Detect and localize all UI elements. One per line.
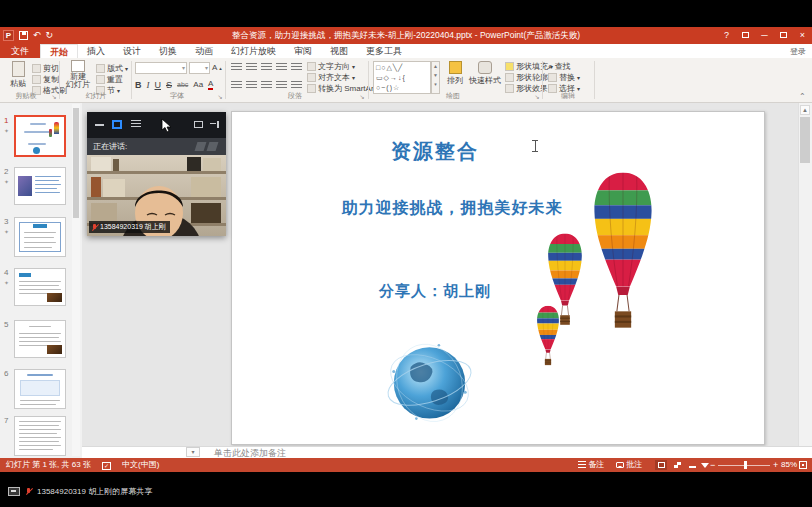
underline-button[interactable]: U [155,80,162,90]
tab-review[interactable]: 审阅 [285,44,321,58]
new-slide-button[interactable]: 新建 幻灯片 [63,60,93,89]
decrease-indent-icon[interactable] [261,63,272,72]
bold-button[interactable]: B [135,80,142,90]
thumbnail-slide-7[interactable] [14,416,66,456]
increase-indent-icon[interactable] [276,63,287,72]
numbering-icon[interactable] [246,63,257,72]
close-button[interactable]: × [793,27,812,44]
columns-icon[interactable] [291,81,302,90]
character-spacing-button[interactable]: Aa [193,80,203,89]
find-button[interactable]: ⌕查找 [548,61,570,72]
new-slide-icon [71,60,85,72]
cut-button[interactable]: 剪切 [32,63,59,74]
fit-to-window-button[interactable] [799,461,807,469]
thumbnail-scrollbar-thumb[interactable] [73,108,79,218]
italic-button[interactable]: I [147,80,150,90]
text-direction-button[interactable]: 文字方向▾ [307,61,355,72]
drawing-dialog-launcher[interactable]: ↘ [533,93,541,101]
reset-button[interactable]: 重置 [96,74,123,85]
help-button[interactable]: ? [717,27,736,44]
shapes-gallery-scroll[interactable]: ▲▼▾ [431,61,440,94]
align-center-icon[interactable] [246,81,257,90]
thumbnail-slide-1[interactable] [14,115,66,157]
list-buttons [231,63,302,72]
font-color-button[interactable]: A [208,79,213,90]
meeting-video-overlay[interactable]: 正在讲话: [87,112,226,236]
slide-counter[interactable]: 幻灯片 第 1 张, 共 63 张 [6,458,91,472]
tab-animations[interactable]: 动画 [186,44,222,58]
comments-icon [616,462,624,468]
reading-view-button[interactable] [686,460,698,470]
copy-label: 复制 [43,74,59,85]
reset-label: 重置 [107,74,123,85]
slide-canvas[interactable]: 资源整合 助力迎接挑战，拥抱美好未来 分享人：胡上刚 [231,111,765,445]
thumbnail-slide-5[interactable] [14,320,66,358]
font-group-label: 字体 [133,91,221,101]
main-scrollbar-thumb[interactable] [800,117,810,163]
font-dialog-launcher[interactable]: ↘ [216,93,224,101]
shape-outline-button[interactable]: 形状轮廓▾ [505,72,553,83]
tab-home[interactable]: 开始 [40,44,78,58]
thumbnail-slide-6[interactable] [14,369,66,409]
zoom-out-button[interactable]: − [710,458,715,472]
align-text-button[interactable]: 对齐文本▾ [307,72,355,83]
overlay-popout-icon[interactable] [194,121,203,128]
thumbnail-slide-3[interactable] [14,217,66,257]
tab-design[interactable]: 设计 [114,44,150,58]
font-size-combo[interactable] [189,62,210,74]
tab-view[interactable]: 视图 [321,44,357,58]
overlay-list-view-icon[interactable] [131,120,141,129]
slide-sorter-view-button[interactable] [671,460,683,470]
clear-format-button[interactable]: abc [177,81,188,88]
overlay-exit-icon[interactable] [210,121,219,128]
sign-in-link[interactable]: 登录 [790,46,806,57]
comments-toggle[interactable]: 批注 [616,458,642,472]
thumbnail-slide-4[interactable] [14,268,66,306]
zoom-slider-thumb[interactable] [744,461,747,469]
tab-slideshow[interactable]: 幻灯片放映 [222,44,285,58]
zoom-level[interactable]: 85% [781,458,797,472]
notes-splitter[interactable]: ▾ [186,447,200,457]
thumb-number-2: 2 [4,167,8,176]
tab-insert[interactable]: 插入 [78,44,114,58]
line-spacing-icon[interactable] [291,63,302,72]
strikethrough-button[interactable]: S [166,80,172,90]
notes-toggle[interactable]: 备注 [578,458,604,472]
overlay-video-view-icon[interactable] [112,120,122,129]
copy-button[interactable]: 复制 [32,74,59,85]
restore-button[interactable] [774,27,793,44]
overlay-minimize-icon[interactable] [95,124,104,126]
arrange-label: 排列 [447,76,463,85]
paste-button[interactable]: 粘贴 [6,61,30,89]
replace-button[interactable]: 替换▾ [548,72,580,83]
paragraph-dialog-launcher[interactable]: ↘ [358,93,366,101]
align-right-icon[interactable] [261,81,272,90]
font-name-combo[interactable] [135,62,187,74]
quick-styles-button[interactable]: 快速样式 [468,61,502,86]
ribbon-display-options-button[interactable] [736,27,755,44]
clipboard-dialog-launcher[interactable]: ↘ [50,93,58,101]
layout-button[interactable]: 版式▾ [96,63,128,74]
arrange-button[interactable]: 排列 [444,61,466,86]
shape-fill-button[interactable]: 形状填充▾ [505,61,553,72]
thumb-number-6: 6 [4,369,8,378]
justify-icon[interactable] [276,81,287,90]
minimize-button[interactable]: ─ [755,27,774,44]
tab-more-tools[interactable]: 更多工具 [357,44,411,58]
normal-view-button[interactable] [655,460,667,470]
title-bar: P ↶ ↻ 整合资源，助力迎接挑战，拥抱美好未来-胡上刚-20220404.pp… [0,27,812,44]
zoom-in-button[interactable]: + [773,458,778,472]
language-indicator[interactable]: 中文(中国) [122,458,159,472]
bullets-icon[interactable] [231,63,242,72]
tab-transitions[interactable]: 切换 [150,44,186,58]
grow-font-button[interactable]: A▴ [212,63,222,72]
collapse-ribbon-button[interactable]: ⌃ [799,92,806,101]
thumbnail-slide-2[interactable] [14,167,66,205]
main-scrollbar-up-button[interactable]: ▲ [800,105,810,115]
thumb-number-4: 4 [4,268,8,277]
quick-styles-label: 快速样式 [469,76,501,85]
tab-file[interactable]: 文件 [0,44,40,58]
spell-check-icon[interactable]: ✓ [102,458,111,472]
align-left-icon[interactable] [231,81,242,90]
shapes-gallery[interactable]: □○△╲╱ ▭◇→↓{ ○~()☆ [373,61,431,94]
